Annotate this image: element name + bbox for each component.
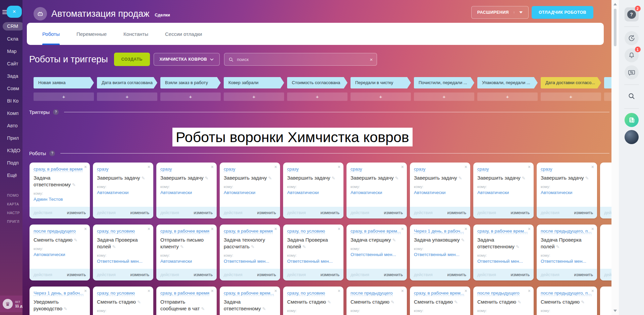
assignee-link[interactable]: Ответственный мен...: [351, 252, 403, 257]
actions-link[interactable]: действия: [97, 272, 116, 277]
add-robot-button-6[interactable]: +: [351, 92, 411, 101]
trigger-link[interactable]: Через 1 день, в рабоч...: [414, 229, 464, 234]
edit-link[interactable]: изменить: [67, 210, 86, 215]
close-icon[interactable]: ×: [274, 289, 277, 293]
sidebar-footer-item-2[interactable]: НАСТР: [0, 208, 22, 217]
search-input[interactable]: [236, 57, 367, 62]
actions-link[interactable]: действия: [287, 272, 306, 277]
trigger-link[interactable]: после предыдущего, п...: [541, 291, 592, 296]
help-question-icon[interactable]: ?: [49, 150, 55, 156]
funnel-stage-1[interactable]: Новая заявка: [34, 77, 94, 88]
assignee-link[interactable]: Автоматически: [477, 190, 530, 195]
extensions-dropdown-button[interactable]: [514, 11, 523, 13]
help-button[interactable]: ? 2: [625, 7, 639, 21]
edit-link[interactable]: изменить: [320, 272, 339, 277]
close-icon[interactable]: ×: [465, 289, 467, 293]
add-robot-button-5[interactable]: +: [287, 92, 347, 101]
assignee-link[interactable]: Автоматически: [287, 190, 339, 195]
sidebar-item-11[interactable]: Подп: [0, 156, 22, 169]
funnel-selector[interactable]: ХИМЧИСТКА КОВРОВ: [154, 53, 220, 66]
edit-pencil-icon[interactable]: ✎: [74, 238, 77, 243]
robot-debugger-button[interactable]: ОТЛАДЧИК РОБОТОВ: [532, 6, 593, 19]
edit-link[interactable]: изменить: [130, 210, 149, 215]
close-icon[interactable]: ×: [84, 227, 87, 231]
edit-pencil-icon[interactable]: ✎: [64, 306, 67, 311]
close-icon[interactable]: ×: [274, 165, 277, 169]
edit-pencil-icon[interactable]: ✎: [516, 244, 520, 249]
actions-link[interactable]: действия: [224, 272, 243, 277]
close-icon[interactable]: ×: [148, 165, 150, 169]
trigger-link[interactable]: сразу: [287, 167, 299, 172]
edit-pencil-icon[interactable]: ✎: [205, 176, 208, 181]
edit-pencil-icon[interactable]: ✎: [251, 244, 255, 249]
trigger-link[interactable]: сразу: [224, 167, 235, 172]
edit-pencil-icon[interactable]: ✎: [72, 182, 76, 187]
actions-link[interactable]: действия: [34, 210, 52, 215]
close-icon[interactable]: ×: [338, 289, 340, 293]
close-icon[interactable]: ×: [465, 165, 467, 169]
help-question-icon[interactable]: ?: [53, 109, 59, 115]
sidebar-item-4[interactable]: Зада: [0, 70, 22, 82]
edit-link[interactable]: изменить: [257, 272, 276, 277]
trigger-link[interactable]: после предыдущего: [477, 291, 520, 296]
sidebar-item-2[interactable]: Мар: [0, 45, 22, 57]
trigger-link[interactable]: сразу, в рабочее время: [224, 229, 273, 234]
assignee-link[interactable]: Ответственный мен...: [97, 259, 149, 264]
edit-pencil-icon[interactable]: ✎: [392, 238, 396, 243]
edit-link[interactable]: изменить: [511, 272, 530, 277]
edit-pencil-icon[interactable]: ✎: [581, 300, 585, 305]
actions-link[interactable]: действия: [34, 272, 52, 277]
actions-link[interactable]: действия: [160, 272, 179, 277]
edit-pencil-icon[interactable]: ✎: [141, 176, 145, 181]
add-robot-button-1[interactable]: +: [34, 92, 94, 101]
close-icon[interactable]: ×: [84, 165, 87, 169]
trigger-link[interactable]: сразу: [541, 167, 552, 172]
add-robot-button-3[interactable]: +: [160, 92, 221, 101]
sidebar-item-7[interactable]: Комп: [0, 107, 22, 119]
edit-link[interactable]: изменить: [574, 210, 593, 215]
assignee-link[interactable]: Ответственный мен...: [541, 259, 593, 264]
close-icon[interactable]: ×: [401, 165, 404, 169]
edit-pencil-icon[interactable]: ✎: [331, 176, 335, 181]
funnel-stage-5[interactable]: Стоимость согласована: [287, 77, 347, 88]
trigger-link[interactable]: сразу: [160, 167, 172, 172]
trigger-link[interactable]: Через 1 день, в рабоч...: [34, 291, 84, 296]
actions-link[interactable]: действия: [351, 272, 369, 277]
trigger-link[interactable]: сразу, по условию: [97, 229, 135, 234]
edit-pencil-icon[interactable]: ✎: [180, 244, 184, 249]
tab-0[interactable]: Роботы: [42, 23, 60, 45]
tab-2[interactable]: Константы: [123, 23, 148, 45]
sidebar-item-3[interactable]: Сайт: [0, 57, 22, 70]
funnel-stage-4[interactable]: Ковер забрали: [224, 77, 284, 88]
edit-pencil-icon[interactable]: ✎: [262, 306, 266, 311]
create-button[interactable]: СОЗДАТЬ: [114, 53, 150, 66]
assignee-link[interactable]: Админ Тестов: [34, 197, 86, 202]
sidebar-item-1[interactable]: Скла: [0, 33, 22, 45]
scrollbar-thumb[interactable]: [614, 9, 616, 46]
assignee-link[interactable]: Ответственный мен...: [224, 259, 276, 264]
trigger-link[interactable]: сразу, в рабочее врем...: [224, 291, 274, 296]
sidebar-item-0[interactable]: CRM: [0, 20, 22, 33]
edit-pencil-icon[interactable]: ✎: [201, 306, 205, 311]
actions-link[interactable]: действия: [414, 272, 433, 277]
edit-pencil-icon[interactable]: ✎: [112, 244, 116, 249]
funnel-stage-7[interactable]: Почистили, передали ...: [414, 77, 474, 88]
close-icon[interactable]: ×: [591, 165, 594, 169]
add-robot-button-4[interactable]: +: [224, 92, 284, 101]
actions-link[interactable]: действия: [604, 272, 611, 277]
close-icon[interactable]: ×: [465, 227, 467, 231]
edit-link[interactable]: изменить: [320, 210, 339, 215]
close-icon[interactable]: ×: [528, 165, 531, 169]
assignee-link[interactable]: Автоматически: [97, 190, 149, 195]
assignee-link[interactable]: Автоматически: [34, 252, 86, 257]
actions-link[interactable]: действия: [414, 210, 433, 215]
trigger-link[interactable]: сразу: [477, 167, 489, 172]
sidebar-item-6[interactable]: BI Ко: [0, 94, 22, 107]
edit-link[interactable]: изменить: [384, 272, 403, 277]
close-icon[interactable]: ×: [528, 227, 531, 231]
scroll-up-icon[interactable]: [613, 3, 617, 5]
edit-pencil-icon[interactable]: ✎: [395, 176, 398, 181]
news-feed-button[interactable]: [625, 113, 639, 127]
edit-pencil-icon[interactable]: ✎: [454, 300, 458, 305]
edit-link[interactable]: изменить: [194, 272, 213, 277]
